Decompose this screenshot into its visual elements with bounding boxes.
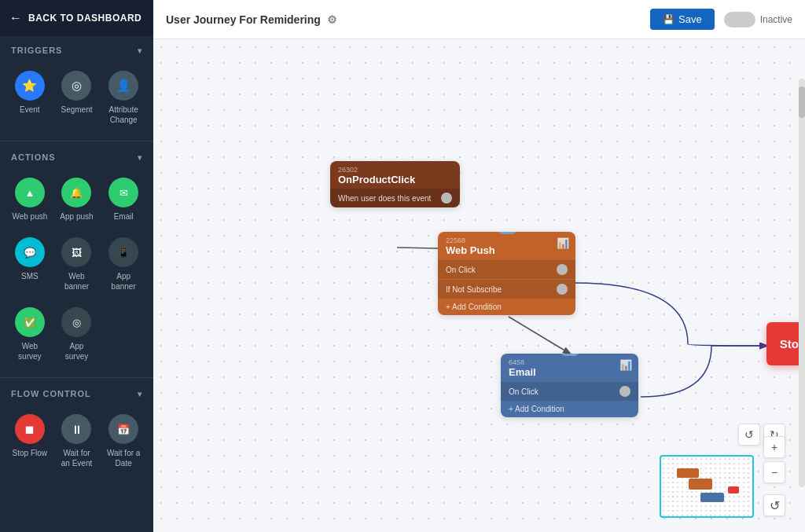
- save-disk-icon: 💾: [663, 14, 675, 25]
- webpush-condition-2[interactable]: If Not Subscribe: [438, 279, 575, 299]
- sidebar-item-app-push[interactable]: 🔔 App push: [55, 171, 99, 228]
- topbar: User Journey For Remidering ⚙ 💾 Save Ina…: [153, 0, 805, 39]
- actions-grid: ▲ Web push 🔔 App push ✉ Email 💬 SMS 🖼 We…: [0, 167, 153, 376]
- web-banner-label: Web banner: [58, 271, 96, 292]
- web-push-icon: ▲: [15, 178, 45, 207]
- actions-chevron-icon: ▾: [138, 153, 142, 162]
- undo-button[interactable]: ↺: [738, 424, 760, 446]
- trigger-node-title: OnProductClick: [338, 174, 452, 185]
- app-banner-icon: 📱: [108, 237, 138, 267]
- email-node[interactable]: in 📊 6458 Email On Click + Add Condition: [501, 354, 638, 417]
- webpush-node[interactable]: in 📊 22568 Web Push On Click If Not Subs…: [438, 232, 575, 315]
- triggers-chevron-icon: ▾: [138, 46, 142, 55]
- sidebar-item-app-banner[interactable]: 📱 App banner: [101, 231, 145, 298]
- email-condition-1[interactable]: On Click: [501, 381, 638, 401]
- status-label: Inactive: [760, 14, 792, 25]
- email-connector-1[interactable]: [619, 386, 630, 397]
- sms-label: SMS: [21, 271, 39, 281]
- vertical-scrollbar[interactable]: [799, 79, 805, 487]
- event-icon: ⭐: [15, 71, 45, 101]
- sidebar-item-sms[interactable]: 💬 SMS: [8, 231, 52, 298]
- back-label: BACK TO DASHBOARD: [28, 13, 142, 24]
- email-icon: ✉: [108, 178, 138, 207]
- webpush-condition-1[interactable]: On Click: [438, 259, 575, 279]
- settings-gear-icon[interactable]: ⚙: [327, 13, 337, 26]
- webpush-node-id: 22568: [446, 237, 568, 244]
- sidebar-item-email[interactable]: ✉ Email: [101, 171, 145, 228]
- reset-button[interactable]: ↺: [763, 494, 785, 516]
- trigger-node[interactable]: 26302 OnProductClick When user does this…: [330, 161, 460, 207]
- app-banner-label: App banner: [105, 271, 142, 292]
- email-node-title: Email: [509, 366, 630, 378]
- stop-flow-sidebar-icon: ⏹: [15, 414, 45, 444]
- sidebar-item-segment[interactable]: ◎ Segment: [55, 64, 99, 131]
- actions-section-title: ACTIONS ▾: [0, 143, 153, 167]
- minimap-email: [700, 493, 724, 502]
- app-survey-label: App survey: [58, 341, 96, 361]
- webpush-connector-2[interactable]: [557, 284, 568, 295]
- web-survey-icon: ✅: [15, 307, 45, 337]
- webpush-node-title: Web Push: [446, 244, 568, 256]
- flow-canvas[interactable]: 26302 OnProductClick When user does this…: [153, 39, 805, 532]
- sidebar-item-stop-flow[interactable]: ⏹ Stop Flow: [8, 408, 52, 475]
- wait-event-icon: ⏸: [61, 414, 91, 444]
- zoom-in-button[interactable]: +: [763, 436, 785, 458]
- active-toggle[interactable]: Inactive: [724, 12, 792, 28]
- back-arrow-icon: ←: [9, 11, 22, 25]
- webpush-add-condition-button[interactable]: + Add Condition: [438, 299, 575, 315]
- minimap: [660, 455, 754, 518]
- app-push-icon: 🔔: [61, 178, 91, 207]
- web-push-label: Web push: [12, 211, 47, 222]
- email-node-id: 6458: [509, 358, 630, 366]
- triggers-grid: ⭐ Event ◎ Segment 👤 Attribute Change: [0, 60, 153, 139]
- minimap-webpush: [689, 479, 712, 490]
- sidebar-item-app-survey[interactable]: ◎ App survey: [55, 301, 99, 368]
- sidebar-item-web-push[interactable]: ▲ Web push: [8, 171, 52, 228]
- app-survey-icon: ◎: [61, 307, 91, 337]
- stop-flow-sidebar-label: Stop Flow: [13, 448, 47, 458]
- save-button[interactable]: 💾 Save: [650, 9, 715, 30]
- trigger-node-id: 26302: [338, 166, 452, 174]
- webpush-node-header: 22568 Web Push: [438, 232, 575, 259]
- webpush-connector-1[interactable]: [557, 264, 568, 275]
- sidebar-item-web-survey[interactable]: ✅ Web survey: [8, 301, 52, 368]
- divider-1: [0, 141, 153, 141]
- sms-icon: 💬: [15, 237, 45, 267]
- sidebar-item-event[interactable]: ⭐ Event: [8, 64, 52, 131]
- reset-controls: ↺: [763, 494, 785, 516]
- scrollbar-thumb[interactable]: [799, 86, 805, 118]
- wait-date-label: Wait for a Date: [105, 448, 142, 468]
- back-to-dashboard-button[interactable]: ← BACK TO DASHBOARD: [0, 0, 153, 36]
- email-stats-icon: 📊: [619, 359, 632, 371]
- sidebar: ← BACK TO DASHBOARD TRIGGERS ▾ ⭐ Event ◎…: [0, 0, 153, 532]
- zoom-out-button[interactable]: −: [763, 461, 785, 483]
- trigger-connector[interactable]: [441, 193, 452, 204]
- attribute-change-icon: 👤: [108, 71, 138, 101]
- web-banner-icon: 🖼: [61, 237, 91, 267]
- triggers-section-title: TRIGGERS ▾: [0, 36, 153, 60]
- event-label: Event: [20, 105, 40, 115]
- sidebar-item-wait-event[interactable]: ⏸ Wait for an Event: [55, 408, 99, 475]
- flow-control-grid: ⏹ Stop Flow ⏸ Wait for an Event 📅 Wait f…: [0, 403, 153, 482]
- attribute-change-label: Attribute Change: [105, 105, 142, 125]
- wait-event-label: Wait for an Event: [58, 448, 96, 468]
- zoom-controls: + −: [763, 436, 785, 483]
- trigger-node-desc: When user does this event: [330, 189, 460, 207]
- wait-date-icon: 📅: [108, 414, 138, 444]
- save-label: Save: [678, 13, 702, 25]
- webpush-stats-icon: 📊: [557, 237, 569, 249]
- trigger-node-header: 26302 OnProductClick: [330, 161, 460, 189]
- segment-icon: ◎: [61, 71, 91, 101]
- svg-line-1: [509, 317, 570, 354]
- topbar-title-area: User Journey For Remidering ⚙: [166, 13, 337, 26]
- sidebar-item-web-banner[interactable]: 🖼 Web banner: [55, 231, 99, 298]
- sidebar-item-attribute-change[interactable]: 👤 Attribute Change: [101, 64, 145, 131]
- segment-label: Segment: [61, 105, 92, 115]
- email-add-condition-button[interactable]: + Add Condition: [501, 401, 638, 417]
- sidebar-item-wait-date[interactable]: 📅 Wait for a Date: [101, 408, 145, 475]
- main-area: User Journey For Remidering ⚙ 💾 Save Ina…: [153, 0, 805, 532]
- toggle-switch[interactable]: [724, 12, 755, 28]
- minimap-inner: [661, 457, 752, 516]
- journey-title: User Journey For Remidering: [166, 13, 321, 26]
- topbar-actions: 💾 Save Inactive: [650, 9, 792, 30]
